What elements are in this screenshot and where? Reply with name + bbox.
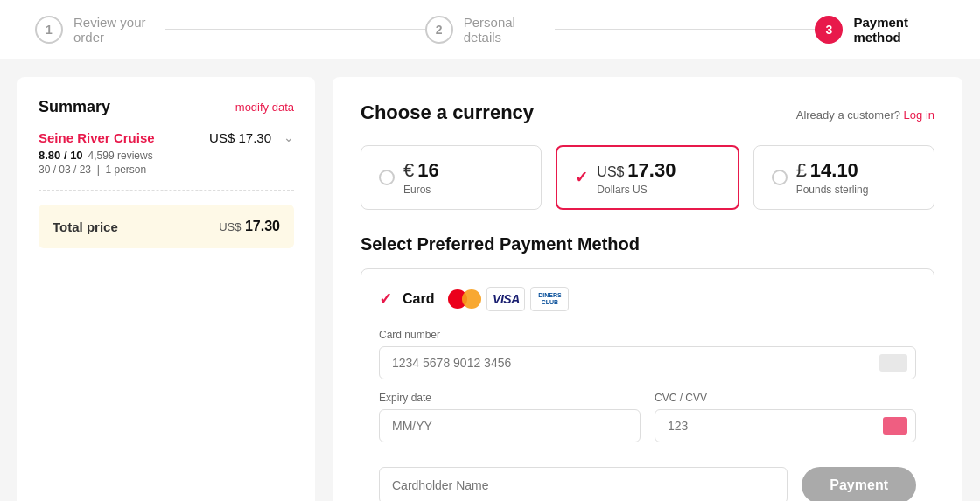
visa-icon: VISA [486,287,525,311]
step-3: 3 Payment method [815,15,945,45]
step-2: 2 Personal details [425,15,556,45]
expiry-label: Expiry date [379,392,640,404]
total-price-box: Total price US$ 17.30 [38,205,294,248]
card-brand-placeholder-icon [879,354,907,372]
step-1-circle: 1 [35,16,63,44]
rating-score: 8.80 / 10 [38,149,83,162]
main-content: Summary modify data Seine River Cruise 8… [0,59,980,501]
login-link[interactable]: Log in [904,108,934,122]
currency-option-eur[interactable]: € 16 Euros [360,145,542,210]
card-number-label: Card number [379,329,916,341]
step-divider-1 [165,29,425,30]
currency-usd-block: US$ 17.30 Dollars US [597,159,676,196]
cruise-name: Seine River Cruise [38,130,209,145]
payment-panel: Choose a currency Already a customer? Lo… [332,77,962,501]
already-customer-text: Already a customer? Log in [796,108,934,122]
payment-method-box: ✓ Card VISA DINERSCLUB [360,268,934,501]
step-3-circle: 3 [815,16,843,44]
total-value: 17.30 [245,219,280,233]
currency-gbp-block: £ 14.10 Pounds sterling [796,159,869,196]
cvc-card-icon [883,417,907,435]
summary-header: Summary modify data [38,98,294,116]
currency-gbp-label: Pounds sterling [796,184,869,196]
card-check-icon: ✓ [379,289,392,309]
expiry-group: Expiry date [379,392,640,442]
card-number-input[interactable] [379,346,916,379]
card-method-row: ✓ Card VISA DINERSCLUB [379,287,916,311]
diners-club-icon: DINERSCLUB [530,287,569,311]
currency-eur-block: € 16 Euros [403,159,439,196]
expiry-input[interactable] [379,409,640,442]
total-price-label: Total price [52,219,118,234]
cvc-input-wrapper [654,409,916,442]
step-1-label: Review your order [74,15,165,45]
radio-gbp [772,170,788,185]
step-1: 1 Review your order [35,15,165,45]
step-2-label: Personal details [464,15,556,45]
cardholder-name-input[interactable] [379,467,788,501]
total-currency-prefix: US$ [219,220,241,233]
payment-section-title: Select Preferred Payment Method [360,234,934,254]
payment-button[interactable]: Payment [802,467,916,501]
mastercard-icon [448,289,481,310]
summary-panel: Summary modify data Seine River Cruise 8… [18,77,315,501]
currency-eur-value: € 16 [403,159,439,182]
cruise-price: US$ 17.30 [209,130,271,145]
currency-header-row: Choose a currency Already a customer? Lo… [360,101,934,128]
rating-row: 8.80 / 10 4,599 reviews [38,149,209,162]
cvc-label: CVC / CVV [654,392,916,404]
cruise-info: Seine River Cruise 8.80 / 10 4,599 revie… [38,130,209,176]
reviews-count: 4,599 reviews [88,150,153,162]
currency-options: € 16 Euros ✓ US$ 17.30 Dollars US [360,145,934,210]
total-price-amount: US$ 17.30 [219,219,280,234]
expiry-cvc-row: Expiry date CVC / CVV [379,392,916,455]
expand-icon[interactable]: ⌄ [284,130,294,144]
cruise-meta: Seine River Cruise 8.80 / 10 4,599 revie… [38,130,294,176]
date-persons-row: 30 / 03 / 23 | 1 person [38,164,209,176]
card-number-input-wrapper [379,346,916,379]
cruise-date: 30 / 03 / 23 [38,164,91,176]
top-navigation: 1 Review your order 2 Personal details 3… [0,0,980,59]
step-3-label: Payment method [853,15,945,45]
modify-data-link[interactable]: modify data [235,101,294,114]
currency-usd-value: US$ 17.30 [597,159,676,182]
currency-gbp-value: £ 14.10 [796,159,869,182]
cvc-group: CVC / CVV [654,392,916,442]
currency-option-usd[interactable]: ✓ US$ 17.30 Dollars US [556,145,738,210]
currency-option-gbp[interactable]: £ 14.10 Pounds sterling [753,145,934,210]
summary-title: Summary [38,98,110,116]
step-divider-2 [555,29,815,30]
choose-currency-title: Choose a currency [360,101,534,124]
card-icons: VISA DINERSCLUB [448,287,569,311]
cruise-price-block: US$ 17.30 ⌄ [209,130,294,145]
currency-eur-label: Euros [403,184,439,196]
card-method-label: Card [402,291,434,307]
radio-eur [379,170,395,185]
step-2-circle: 2 [425,16,453,44]
check-usd-icon: ✓ [575,168,588,187]
currency-usd-label: Dollars US [597,184,676,196]
summary-divider [38,190,294,191]
cvc-input[interactable] [654,409,916,442]
bottom-row: Payment [379,467,916,501]
cruise-persons: 1 person [106,164,147,176]
card-number-group: Card number [379,329,916,379]
